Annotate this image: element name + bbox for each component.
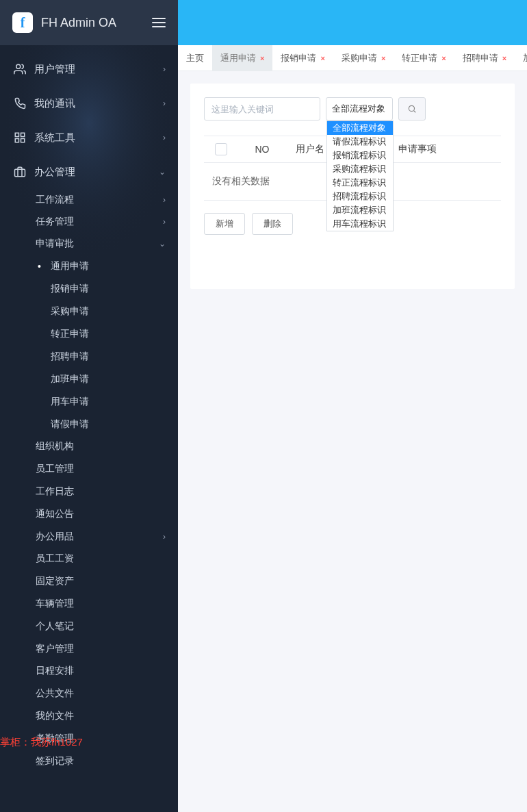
nav-sub-label: 办公用品 — [36, 531, 74, 543]
nav-sub-固定资产[interactable]: 固定资产 — [0, 570, 178, 593]
nav-label: 办公管理 — [34, 166, 75, 179]
nav-sub-label: 任务管理 — [36, 216, 74, 228]
svg-rect-4 — [15, 139, 18, 142]
nav-sub-组织机构[interactable]: 组织机构 — [0, 435, 178, 458]
nav-sub-申请审批[interactable]: 申请审批⌄ — [0, 233, 178, 255]
nav-sub-车辆管理[interactable]: 车辆管理 — [0, 593, 178, 616]
nav-sub2-label: 报销申请 — [51, 283, 89, 295]
close-icon[interactable]: × — [502, 54, 506, 62]
search-icon — [407, 104, 417, 114]
tab-label: 报销申请 — [281, 52, 316, 64]
nav-item-我的通讯[interactable]: 我的通讯› — [0, 86, 178, 120]
nav-sub2-通用申请[interactable]: 通用申请 — [0, 255, 178, 277]
nav-sub-通知公告[interactable]: 通知公告 — [0, 503, 178, 525]
nav-sub-日程安排[interactable]: 日程安排 — [0, 660, 178, 683]
nav-sub-label: 公共文件 — [36, 687, 74, 700]
dropdown-option[interactable]: 加班流程标识 — [327, 203, 393, 217]
content: 全部流程对象 全部流程对象请假流程标识报销流程标识采购流程标识转正流程标识招聘流… — [178, 71, 527, 812]
nav-sub-员工工资[interactable]: 员工工资 — [0, 548, 178, 570]
nav-sub-工作流程[interactable]: 工作流程› — [0, 189, 178, 211]
nav-item-系统工具[interactable]: 系统工具› — [0, 120, 178, 155]
nav-sub-公共文件[interactable]: 公共文件 — [0, 683, 178, 705]
process-select[interactable]: 全部流程对象 全部流程对象请假流程标识报销流程标识采购流程标识转正流程标识招聘流… — [326, 97, 393, 120]
nav-sub-办公用品[interactable]: 办公用品› — [0, 525, 178, 548]
tab-通用申请[interactable]: 通用申请× — [212, 45, 272, 71]
nav-sub2-转正申请[interactable]: 转正申请 — [0, 322, 178, 345]
dropdown-option[interactable]: 招聘流程标识 — [327, 190, 393, 203]
svg-rect-1 — [15, 133, 18, 136]
process-dropdown: 全部流程对象请假流程标识报销流程标识采购流程标识转正流程标识招聘流程标识加班流程… — [326, 120, 394, 231]
close-icon[interactable]: × — [381, 54, 385, 62]
close-icon[interactable]: × — [320, 54, 324, 62]
nav-label: 系统工具 — [34, 131, 75, 144]
tab-加班[interactable]: 加班 — [515, 45, 527, 71]
nav-sub2-请假申请[interactable]: 请假申请 — [0, 413, 178, 435]
nav-sub2-加班申请[interactable]: 加班申请 — [0, 368, 178, 390]
phone-icon — [12, 97, 27, 110]
tab-label: 主页 — [186, 52, 204, 64]
nav-label: 用户管理 — [34, 63, 75, 76]
nav-sub2-报销申请[interactable]: 报销申请 — [0, 277, 178, 300]
chevron-right-icon: › — [163, 99, 166, 108]
th-no: NO — [238, 144, 286, 155]
chevron-right-icon: › — [163, 195, 166, 205]
sidebar: f FH Admin OA 用户管理›我的通讯›系统工具›办公管理⌄工作流程›任… — [0, 0, 178, 812]
nav-item-办公管理[interactable]: 办公管理⌄ — [0, 155, 178, 189]
chevron-right-icon: › — [163, 133, 166, 142]
nav-sub-label: 工作日志 — [36, 485, 74, 498]
chevron-right-icon: › — [163, 532, 166, 542]
dropdown-option[interactable]: 用车流程标识 — [327, 217, 393, 231]
nav-sub-个人笔记[interactable]: 个人笔记 — [0, 615, 178, 637]
nav-sub2-用车申请[interactable]: 用车申请 — [0, 390, 178, 413]
nav-sub-工作日志[interactable]: 工作日志 — [0, 481, 178, 503]
nav-sub-label: 固定资产 — [36, 575, 74, 587]
tab-采购申请[interactable]: 采购申请× — [333, 45, 394, 71]
dropdown-option[interactable]: 采购流程标识 — [327, 162, 393, 176]
search-row: 全部流程对象 全部流程对象请假流程标识报销流程标识采购流程标识转正流程标识招聘流… — [204, 97, 501, 120]
close-icon[interactable]: × — [260, 54, 264, 62]
tab-主页[interactable]: 主页 — [178, 45, 212, 71]
search-button[interactable] — [398, 97, 426, 120]
nav-sub-我的文件[interactable]: 我的文件 — [0, 705, 178, 728]
sidebar-header: f FH Admin OA — [0, 0, 178, 45]
add-button[interactable]: 新增 — [204, 213, 245, 235]
dropdown-option[interactable]: 报销流程标识 — [327, 149, 393, 162]
tab-报销申请[interactable]: 报销申请× — [272, 45, 333, 71]
tab-label: 采购申请 — [342, 52, 377, 64]
svg-rect-3 — [21, 139, 25, 142]
tab-label: 加班 — [523, 52, 527, 64]
dropdown-option[interactable]: 请假流程标识 — [327, 135, 393, 149]
nav-sub-客户管理[interactable]: 客户管理 — [0, 637, 178, 660]
users-icon — [12, 63, 27, 75]
tab-转正申请[interactable]: 转正申请× — [394, 45, 454, 71]
tab-招聘申请[interactable]: 招聘申请× — [454, 45, 515, 71]
nav-sub-label: 工作流程 — [36, 194, 74, 206]
nav-sub-签到记录[interactable]: 签到记录 — [0, 750, 178, 772]
delete-button[interactable]: 删除 — [252, 213, 293, 235]
nav-sub-label: 员工工资 — [36, 553, 74, 565]
nav-sub-label: 通知公告 — [36, 508, 74, 520]
nav-sub-label: 我的文件 — [36, 710, 74, 722]
panel: 全部流程对象 全部流程对象请假流程标识报销流程标识采购流程标识转正流程标识招聘流… — [190, 84, 515, 289]
nav-sub-label: 员工管理 — [36, 463, 74, 475]
nav-sub-任务管理[interactable]: 任务管理› — [0, 211, 178, 233]
nav-item-用户管理[interactable]: 用户管理› — [0, 52, 178, 86]
tab-label: 招聘申请 — [463, 52, 498, 64]
nav-sub2-label: 转正申请 — [51, 328, 89, 340]
tab-label: 通用申请 — [220, 52, 256, 64]
app-logo: f — [12, 12, 33, 33]
nav-sub2-采购申请[interactable]: 采购申请 — [0, 300, 178, 322]
main-area: 主页通用申请×报销申请×采购申请×转正申请×招聘申请×加班 全部流程对象 全部流… — [178, 0, 527, 812]
search-input[interactable] — [204, 97, 320, 120]
topbar — [178, 0, 527, 45]
hamburger-icon[interactable] — [152, 18, 166, 27]
nav-sub2-label: 请假申请 — [51, 418, 89, 431]
close-icon[interactable]: × — [441, 54, 446, 62]
dropdown-option[interactable]: 全部流程对象 — [327, 121, 393, 135]
nav-sub-员工管理[interactable]: 员工管理 — [0, 458, 178, 481]
svg-point-0 — [16, 64, 21, 68]
select-all-checkbox[interactable] — [215, 143, 227, 155]
dropdown-option[interactable]: 转正流程标识 — [327, 176, 393, 190]
chevron-down-icon: ⌄ — [159, 239, 166, 249]
nav-sub2-招聘申请[interactable]: 招聘申请 — [0, 345, 178, 368]
